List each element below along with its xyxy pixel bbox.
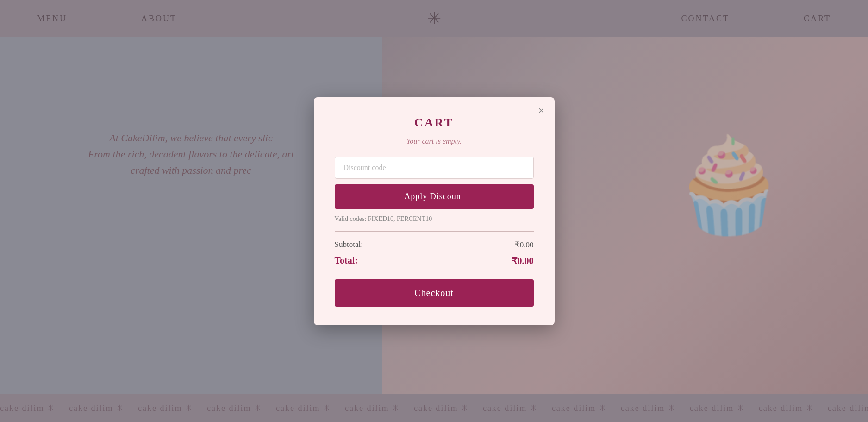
discount-input[interactable]	[335, 157, 534, 179]
total-label: Total:	[335, 255, 358, 266]
apply-discount-button[interactable]: Apply Discount	[335, 184, 534, 209]
modal-title: CART	[335, 116, 534, 130]
subtotal-value: ₹0.00	[515, 240, 534, 250]
divider	[335, 231, 534, 232]
checkout-button[interactable]: Checkout	[335, 279, 534, 307]
total-row: Total: ₹0.00	[335, 255, 534, 266]
cart-empty-message: Your cart is empty.	[335, 137, 534, 145]
total-value: ₹0.00	[512, 255, 534, 266]
subtotal-row: Subtotal: ₹0.00	[335, 240, 534, 250]
close-button[interactable]: ×	[538, 106, 544, 116]
valid-codes-text: Valid codes: FIXED10, PERCENT10	[335, 215, 534, 223]
subtotal-label: Subtotal:	[335, 240, 363, 250]
cart-modal: × CART Your cart is empty. Apply Discoun…	[314, 97, 555, 325]
